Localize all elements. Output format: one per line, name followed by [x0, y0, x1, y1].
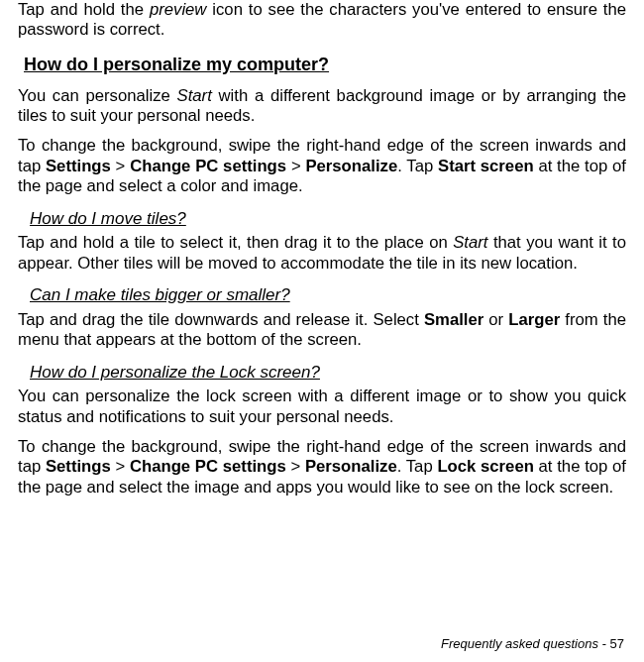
paragraph-s4-1: You can personalize the lock screen with… [18, 386, 626, 427]
paragraph-intro: Tap and hold the preview icon to see the… [18, 0, 626, 41]
settings-term: Settings [46, 157, 111, 175]
paragraph-s2-1: Tap and hold a tile to select it, then d… [18, 233, 626, 274]
preview-term: preview [150, 0, 207, 19]
text: Tap and hold a tile to select it, then d… [18, 233, 453, 252]
paragraph-s1-1: You can personalize Start with a differe… [18, 86, 626, 127]
text: > [286, 457, 305, 476]
start-screen-term: Start screen [438, 157, 534, 175]
text: > [111, 157, 130, 175]
paragraph-s4-2: To change the background, swipe the righ… [18, 437, 626, 497]
text: > [286, 157, 305, 175]
personalize-term: Personalize [305, 157, 397, 175]
settings-term: Settings [46, 457, 111, 476]
personalize-term: Personalize [305, 457, 397, 476]
text: Tap and hold the [18, 0, 150, 19]
text: > [111, 457, 130, 476]
page-number: 57 [610, 636, 624, 651]
text: . Tap [397, 457, 438, 476]
document-page: Tap and hold the preview icon to see the… [0, 0, 644, 662]
page-footer: Frequently asked questions - 57 [441, 636, 624, 652]
larger-term: Larger [508, 310, 560, 329]
text: or [483, 310, 508, 329]
smaller-term: Smaller [424, 310, 483, 329]
text: . Tap [397, 157, 438, 175]
heading-personalize-computer: How do I personalize my computer? [24, 55, 626, 76]
heading-move-tiles: How do I move tiles? [30, 209, 626, 230]
paragraph-s3-1: Tap and drag the tile downwards and rele… [18, 310, 626, 351]
change-pc-settings-term: Change PC settings [130, 157, 286, 175]
lock-screen-term: Lock screen [437, 457, 533, 476]
text: Tap and drag the tile downwards and rele… [18, 310, 424, 329]
heading-tile-size: Can I make tiles bigger or smaller? [30, 285, 626, 306]
change-pc-settings-term: Change PC settings [130, 457, 286, 476]
paragraph-s1-2: To change the background, swipe the righ… [18, 136, 626, 196]
text: You can personalize [18, 86, 177, 105]
start-term: Start [453, 233, 487, 252]
footer-label: Frequently asked questions - [441, 636, 610, 651]
start-term: Start [177, 86, 212, 105]
heading-lock-screen: How do I personalize the Lock screen? [30, 363, 626, 384]
